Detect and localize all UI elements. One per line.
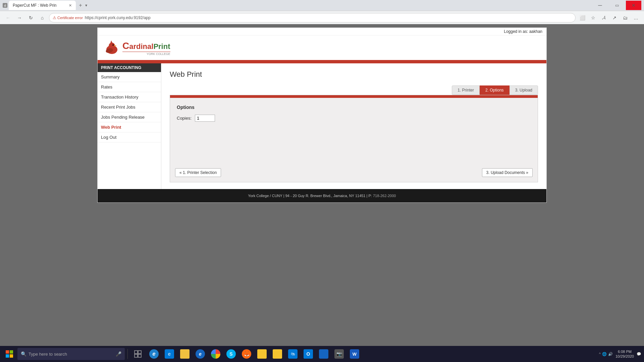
camera-app-button[interactable]: 📷: [332, 347, 346, 361]
browser-tab-active[interactable]: PaperCut MF : Web Prin ✕: [9, 1, 76, 10]
sidebar-item-summary[interactable]: Summary: [98, 72, 161, 82]
step-tab-options[interactable]: 2. Options: [480, 85, 509, 95]
sticky-app-button[interactable]: [255, 347, 269, 361]
cert-error-indicator: ⚠ Certificate error: [53, 15, 83, 20]
tab-title: PaperCut MF : Web Prin: [13, 3, 57, 8]
collections-button[interactable]: 🗂: [621, 13, 630, 22]
edge-app-button[interactable]: e: [162, 347, 177, 361]
panel-body: Options Copies:: [170, 98, 538, 165]
folder-app-button[interactable]: [177, 347, 192, 361]
taskbar-clock[interactable]: 6:08 PM 10/29/2020: [615, 349, 634, 359]
read-aloud-button[interactable]: 𝓐: [599, 13, 608, 22]
edge-icon: e: [165, 349, 174, 359]
reload-button[interactable]: ↻: [26, 13, 36, 22]
upload-documents-button[interactable]: 3. Upload Documents »: [482, 168, 533, 177]
task-view-icon: [134, 350, 142, 358]
maximize-button[interactable]: ▭: [609, 1, 625, 10]
share-button[interactable]: ↗: [610, 13, 619, 22]
cast-button[interactable]: ⬜: [578, 13, 587, 22]
main-content: Web Print 1. Printer 2. Options 3. Uploa…: [161, 63, 546, 189]
microphone-icon[interactable]: 🎤: [116, 351, 121, 357]
page-title: Web Print: [170, 70, 538, 79]
footer-phone[interactable]: 718-262-2000: [373, 194, 396, 198]
action-center-icon[interactable]: 💬: [637, 352, 641, 356]
svg-point-1: [109, 43, 115, 49]
logo-bird: [103, 39, 121, 57]
outlook-app-button[interactable]: O: [301, 347, 316, 361]
address-bar[interactable]: ⚠ Certificate error https://cprint.york.…: [49, 13, 576, 22]
sticky-notes-icon: [257, 349, 267, 359]
ie2-icon: e: [196, 349, 205, 359]
sidebar-link-log-out[interactable]: Log Out: [98, 132, 161, 142]
yellow-app-button[interactable]: [270, 347, 285, 361]
svg-rect-8: [6, 354, 9, 358]
step-tab-upload[interactable]: 3. Upload: [509, 85, 538, 95]
logo-subtitle: YORK COLLEGE: [122, 52, 170, 56]
svg-rect-13: [138, 354, 141, 357]
site-container: Logged in as: aakhan: [97, 27, 547, 203]
minimize-button[interactable]: ─: [592, 1, 608, 10]
logo-cardinal-text: ardinal: [129, 42, 153, 51]
copies-label: Copies:: [177, 116, 192, 121]
browser-title-bar: 🖨 PaperCut MF : Web Prin ✕ + ▾ ─ ▭ ✕: [0, 0, 644, 11]
sidebar-item-transaction-history[interactable]: Transaction History: [98, 92, 161, 102]
store-app-button[interactable]: 🛍: [285, 347, 300, 361]
page-wrapper: Logged in as: aakhan: [0, 24, 644, 206]
sidebar-link-recent-print-jobs[interactable]: Recent Print Jobs: [98, 102, 161, 112]
skype-app-button[interactable]: S: [224, 347, 238, 361]
network-icon[interactable]: 🌐: [602, 352, 607, 356]
sidebar-item-web-print[interactable]: Web Print: [98, 122, 161, 132]
task-view-button[interactable]: [130, 347, 145, 361]
copies-row: Copies:: [177, 115, 531, 122]
sidebar-link-summary[interactable]: Summary: [98, 72, 161, 82]
back-button[interactable]: ←: [3, 13, 13, 22]
system-tray: ^ 🌐 🔊: [599, 352, 613, 356]
svg-rect-11: [138, 351, 141, 354]
tray-expand-icon[interactable]: ^: [599, 352, 601, 356]
firefox-app-button[interactable]: 🦊: [239, 347, 254, 361]
clock-date: 10/29/2020: [615, 354, 634, 359]
sidebar-link-transaction-history[interactable]: Transaction History: [98, 92, 161, 102]
sidebar-item-log-out[interactable]: Log Out: [98, 132, 161, 142]
blue-app-button[interactable]: [316, 347, 331, 361]
start-button[interactable]: [3, 347, 16, 361]
ie-app-button[interactable]: e: [147, 347, 161, 361]
browser-favicon: 🖨: [3, 3, 7, 8]
new-tab-button[interactable]: +: [76, 1, 85, 10]
sidebar-link-web-print[interactable]: Web Print: [98, 122, 161, 132]
sidebar-item-jobs-pending-release[interactable]: Jobs Pending Release: [98, 112, 161, 122]
chrome-app-button[interactable]: [208, 347, 223, 361]
options-panel: Options Copies: « 1. Printer Selection 3…: [170, 95, 538, 182]
logo-print-text: Print: [153, 42, 170, 51]
volume-icon[interactable]: 🔊: [608, 352, 613, 356]
sidebar-nav: Summary Rates Transaction History Recent…: [98, 72, 161, 142]
main-layout: PRINT ACCOUNTING Summary Rates Transacti…: [98, 63, 546, 189]
sidebar-item-recent-print-jobs[interactable]: Recent Print Jobs: [98, 102, 161, 112]
word-app-button[interactable]: W: [347, 347, 362, 361]
home-button[interactable]: ⌂: [38, 13, 47, 22]
ie2-app-button[interactable]: e: [193, 347, 208, 361]
sidebar-item-rates[interactable]: Rates: [98, 82, 161, 92]
blue-app-icon: [319, 349, 328, 359]
copies-input[interactable]: [195, 115, 215, 122]
taskbar-right: ^ 🌐 🔊 6:08 PM 10/29/2020 💬: [599, 349, 641, 359]
search-placeholder-text: Type here to search: [29, 352, 67, 357]
svg-marker-2: [114, 45, 117, 46]
extensions-button[interactable]: …: [631, 13, 641, 22]
taskbar-search[interactable]: 🔍 Type here to search 🎤: [17, 348, 125, 360]
favorites-star-button[interactable]: ☆: [588, 13, 598, 22]
skype-icon: S: [226, 349, 236, 359]
svg-rect-12: [135, 354, 138, 357]
svg-rect-6: [6, 350, 9, 354]
step-tab-printer[interactable]: 1. Printer: [452, 85, 480, 95]
back-to-printer-button[interactable]: « 1. Printer Selection: [175, 168, 221, 177]
taskbar: 🔍 Type here to search 🎤 e e e S: [0, 346, 644, 362]
close-button[interactable]: ✕: [626, 1, 641, 10]
sidebar-link-jobs-pending-release[interactable]: Jobs Pending Release: [98, 112, 161, 122]
panel-footer: « 1. Printer Selection 3. Upload Documen…: [170, 165, 538, 182]
sidebar-link-rates[interactable]: Rates: [98, 82, 161, 92]
tab-list-chevron[interactable]: ▾: [85, 3, 87, 8]
site-header: C ardinal Print YORK COLLEGE: [98, 36, 546, 57]
forward-button[interactable]: →: [15, 13, 24, 22]
tab-close-button[interactable]: ✕: [69, 3, 72, 8]
